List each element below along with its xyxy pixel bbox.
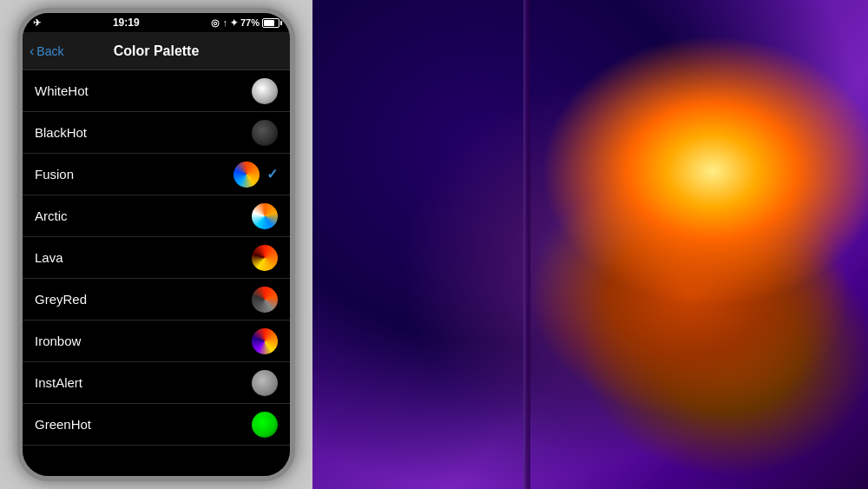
palette-circle-greyred <box>252 287 278 313</box>
palette-label-arctic: Arctic <box>35 208 68 223</box>
palette-item-whitehot[interactable]: WhiteHot <box>23 70 290 112</box>
back-label: Back <box>36 44 63 58</box>
bluetooth-icon: ✦ <box>230 17 238 29</box>
palette-item-instalert[interactable]: InstAlert <box>23 362 290 404</box>
palette-right-instalert <box>252 370 278 396</box>
palette-item-ironbow[interactable]: Ironbow <box>23 320 290 362</box>
status-bar: ✈ 19:19 ◎ ↑ ✦ 77% <box>23 13 290 32</box>
palette-circle-arctic <box>252 203 278 229</box>
back-chevron-icon: ‹ <box>30 43 34 59</box>
phone: ✈ 19:19 ◎ ↑ ✦ 77% ‹ Back Color Palette <box>17 8 295 481</box>
palette-right-ironbow <box>252 328 278 354</box>
palette-right-greyred <box>252 287 278 313</box>
palette-right-fusion: ✓ <box>233 162 278 188</box>
palette-right-greenhot <box>252 412 278 438</box>
palette-right-arctic <box>252 203 278 229</box>
thermal-view <box>312 0 868 489</box>
palette-circle-ironbow <box>252 328 278 354</box>
palette-item-greenhot[interactable]: GreenHot <box>23 404 290 446</box>
palette-label-greenhot: GreenHot <box>35 417 91 432</box>
battery-icon <box>262 18 279 28</box>
palette-circle-fusion <box>233 162 260 188</box>
back-button[interactable]: ‹ Back <box>30 43 63 59</box>
palette-circle-instalert <box>252 370 278 396</box>
status-time: 19:19 <box>113 17 140 29</box>
palette-item-blackhot[interactable]: BlackHot <box>23 112 290 154</box>
palette-right-lava <box>252 245 278 271</box>
palette-circle-greenhot <box>252 412 278 438</box>
status-left: ✈ <box>33 17 41 29</box>
battery-percent: 77% <box>240 17 260 28</box>
nav-title: Color Palette <box>114 43 200 59</box>
palette-label-greyred: GreyRed <box>35 292 87 307</box>
palette-item-greyred[interactable]: GreyRed <box>23 279 290 320</box>
airplane-icon: ✈ <box>33 17 41 29</box>
palette-label-blackhot: BlackHot <box>35 125 87 140</box>
palette-label-whitehot: WhiteHot <box>35 83 89 98</box>
palette-label-ironbow: Ironbow <box>35 334 81 348</box>
battery-fill <box>264 20 274 26</box>
palette-item-arctic[interactable]: Arctic <box>23 195 290 237</box>
location-icon: ◎ <box>211 17 220 29</box>
palette-label-instalert: InstAlert <box>35 375 82 390</box>
thermal-background <box>312 0 868 489</box>
palette-circle-whitehot <box>252 78 278 104</box>
signal-icon: ↑ <box>222 17 227 28</box>
phone-section: ✈ 19:19 ◎ ↑ ✦ 77% ‹ Back Color Palette <box>0 0 312 489</box>
palette-list: WhiteHot BlackHot Fusion ✓ Arctic <box>23 70 290 476</box>
palette-circle-lava <box>252 245 278 271</box>
pole-element <box>523 0 530 489</box>
checkmark-icon: ✓ <box>266 166 278 182</box>
status-right: ◎ ↑ ✦ 77% <box>211 17 279 29</box>
palette-item-fusion[interactable]: Fusion ✓ <box>23 154 290 195</box>
palette-right-blackhot <box>252 120 278 146</box>
palette-label-fusion: Fusion <box>35 167 74 182</box>
palette-right-whitehot <box>252 78 278 104</box>
palette-item-lava[interactable]: Lava <box>23 237 290 279</box>
palette-label-lava: Lava <box>35 250 63 265</box>
palette-circle-blackhot <box>252 120 278 146</box>
nav-bar: ‹ Back Color Palette <box>23 32 290 70</box>
